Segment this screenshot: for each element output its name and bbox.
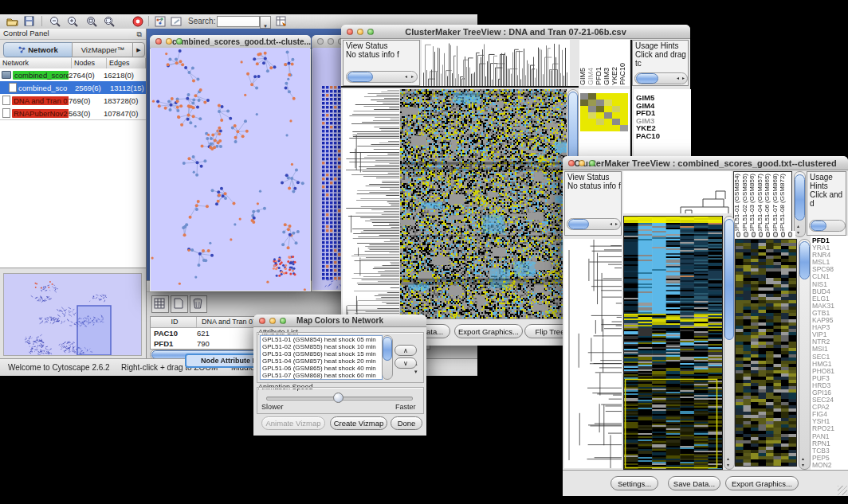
tab-overflow-button[interactable]: ▶ (132, 42, 145, 57)
tv2-status-scrollbar[interactable]: ◂ ▸ (567, 218, 621, 230)
minimize-icon[interactable] (579, 160, 585, 166)
search-label: Search: (188, 17, 215, 25)
zoom-window-icon[interactable] (589, 160, 595, 166)
speed-slider-thumb[interactable] (333, 393, 344, 403)
tv2-col-label[interactable]: GPL51-08 (GSM872) (779, 174, 787, 234)
delete-attribute-trash-icon[interactable] (190, 295, 207, 313)
toolbar-divider (148, 16, 149, 26)
dialog-titlebar[interactable]: Map Colors to Network (253, 315, 426, 327)
new-attribute-button[interactable] (171, 295, 188, 313)
save-session-icon[interactable] (24, 16, 34, 26)
tv1-row-label[interactable]: PAC10 (636, 132, 691, 140)
attribute-list-item[interactable]: GPL51-01 (GSM854) heat shock 05 min (262, 336, 382, 343)
resize-grip[interactable] (838, 486, 847, 495)
tv2-settings-button[interactable]: Settings... (610, 476, 658, 490)
move-down-button[interactable]: ∨ (395, 357, 417, 369)
attribute-list-item[interactable]: GPL51-06 (GSM865) heat shock 40 min (262, 365, 382, 372)
minimize-icon[interactable] (357, 29, 363, 35)
treeview1-title: ClusterMaker TreeView : DNA and Tran 07-… (405, 27, 626, 37)
help-lifering-icon[interactable] (132, 16, 143, 27)
zoom-in-icon[interactable] (67, 16, 78, 27)
attribute-list-item[interactable]: GPL51-03 (GSM856) heat shock 15 min (262, 350, 382, 357)
tv2-heatmap-canvas[interactable] (623, 216, 723, 470)
tv1-usage-hints-text: Click and drag tc (633, 50, 688, 68)
animate-vizmap-button[interactable]: Animate Vizmap (261, 416, 325, 430)
tv2-row-dendrogram[interactable] (564, 239, 622, 468)
tv1-export-graphics-button[interactable]: Export Graphics... (454, 324, 523, 338)
tv1-status-scrollbar[interactable]: ◂ ▸ (346, 71, 418, 83)
select-attributes-button[interactable] (151, 295, 169, 313)
treeview1-titlebar[interactable]: ClusterMaker TreeView : DNA and Tran 07-… (341, 25, 690, 39)
map-colors-dialog: Map Colors to Network Attribute List GPL… (253, 315, 426, 436)
network-panel-icon[interactable] (155, 16, 166, 27)
tv2-column-dendrogram[interactable] (623, 171, 732, 213)
tv1-column-dendrogram[interactable] (422, 40, 570, 86)
done-button[interactable]: Done (391, 416, 422, 430)
tv1-column-labels: GIM5GIM4PFD1GIM3YKE2PAC10 (579, 40, 630, 86)
open-session-icon[interactable] (6, 16, 18, 26)
network1-canvas[interactable] (151, 48, 310, 291)
tv1-hints-scrollbar[interactable]: ◂ ▸ (634, 72, 688, 84)
attribute-list-vscrollbar[interactable] (382, 335, 393, 380)
list-scroll-down-icon[interactable]: ▾ (414, 369, 418, 375)
zoom-window-icon[interactable] (367, 29, 374, 35)
tv1-heatmap-canvas[interactable] (400, 89, 567, 318)
tv1-divider (341, 86, 579, 88)
minimize-icon[interactable] (328, 38, 334, 45)
network1-titlebar[interactable]: combined_scores_good.txt--cluste... (150, 35, 311, 49)
create-vizmap-button[interactable]: Create Vizmap (330, 416, 387, 430)
zoom-window-icon[interactable] (176, 38, 183, 45)
search-input[interactable] (217, 16, 260, 27)
tv2-usage-hints-panel: Usage Hints Click and d (807, 171, 846, 236)
treeview2-titlebar[interactable]: ClusterMaker TreeView : combined_scores_… (563, 156, 848, 170)
network-row-selected[interactable]: combined_sco 2569(6) 13112(15) (0, 81, 146, 94)
tv2-labels-vscrollbar[interactable]: ▴ ▾ (794, 171, 806, 237)
move-up-button[interactable]: ∧ (395, 345, 417, 356)
tv2-hints-scrollbar[interactable] (809, 220, 846, 232)
float-panel-icon[interactable]: ⧉ (137, 30, 142, 39)
close-icon[interactable] (259, 318, 265, 324)
tv2-save-data-button[interactable]: Save Data... (668, 476, 720, 490)
tv2-export-graphics-button[interactable]: Export Graphics... (725, 476, 799, 490)
faster-label: Faster (395, 403, 416, 411)
tv2-genelist-vscrollbar[interactable]: ▴ ▾ (799, 239, 811, 470)
network-row[interactable]: RNAPuberNov2+ 563(0) 107847(0) (0, 107, 146, 119)
tv2-gene-list: PFD1YRA1RNR4MSL1SPC98CLN1NIS1BUD4ELG1MAK… (811, 236, 848, 470)
tv1-correlation-matrix[interactable] (580, 93, 628, 131)
col-network[interactable]: Network (0, 58, 72, 68)
desktop: { "icons": {"up":"▴","down":"▾","left":"… (0, 0, 848, 504)
close-icon[interactable] (317, 38, 324, 45)
birdseye-canvas[interactable] (3, 273, 142, 356)
attribute-list-item[interactable]: GPL51-04 (GSM857) heat shock 20 min (262, 357, 382, 365)
close-icon[interactable] (568, 160, 575, 166)
tv2-heatmap-vscrollbar[interactable]: ▴ ▾ (724, 216, 735, 470)
tv1-row-dendrogram[interactable] (343, 89, 399, 318)
gene-label[interactable]: MON2 (812, 462, 848, 469)
tv1-usage-hints-title: Usage Hints (633, 41, 688, 50)
network-row[interactable]: combined_scores_ 2764(0) 16218(0) (0, 68, 146, 81)
network-row[interactable]: DNA and Tran 07 769(0) 183728(0) (0, 94, 146, 107)
zoom-selected-icon[interactable] (86, 16, 97, 27)
tab-vizmapper[interactable]: VizMapper™ (72, 42, 134, 57)
zoom-fit-icon[interactable] (104, 16, 115, 27)
col-nodes[interactable]: Nodes (72, 58, 107, 68)
tv2-selection-heatmap[interactable] (735, 239, 797, 467)
attribute-list-item[interactable]: GPL51-02 (GSM855) heat shock 10 min (262, 343, 382, 350)
network-view-window-1: combined_scores_good.txt--cluste... (150, 35, 311, 291)
tv1-col-label[interactable]: PAC10 (619, 63, 627, 85)
attribute-table-icon[interactable] (276, 16, 287, 27)
attribute-listbox[interactable]: GPL51-01 (GSM854) heat shock 05 minGPL51… (260, 335, 383, 380)
control-panel-header: Control Panel (0, 29, 146, 40)
col-edges[interactable]: Edges (107, 58, 146, 68)
minimize-icon[interactable] (166, 38, 172, 45)
attr-col-id[interactable]: ID (151, 317, 197, 327)
search-dropdown-button[interactable]: ▾ (260, 16, 271, 29)
zoom-out-icon[interactable] (49, 16, 61, 27)
attribute-list-item[interactable]: GPL51-07 (GSM868) heat shock 60 min (262, 372, 382, 379)
tab-network[interactable]: Network (3, 42, 73, 57)
close-icon[interactable] (347, 29, 353, 35)
close-icon[interactable] (155, 38, 162, 45)
minimize-icon[interactable] (269, 318, 276, 324)
annotation-icon[interactable] (171, 16, 182, 27)
zoom-window-icon[interactable] (280, 318, 286, 324)
